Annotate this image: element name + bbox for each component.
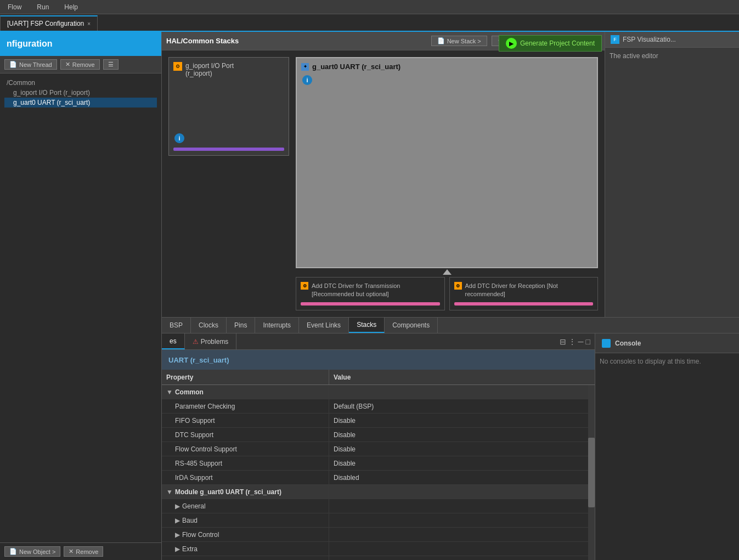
menu-run[interactable]: Run: [33, 2, 52, 12]
sidebar-tree-ioport[interactable]: g_ioport I/O Port (r_ioport): [4, 88, 157, 98]
rs485-support-prop: RS-485 Support: [162, 456, 329, 470]
row-fifo-support[interactable]: FIFO Support Disable: [162, 414, 588, 428]
section-common-prop: ▼ Common: [162, 385, 329, 399]
new-object-button[interactable]: 📄 New Object >: [4, 546, 60, 557]
dtc-tx-icon: ⚙: [301, 282, 308, 290]
row-extra[interactable]: ▶ Extra: [162, 542, 588, 556]
ioport-stack-block[interactable]: ⚙ g_ioport I/O Port (r_ioport) i: [168, 57, 289, 156]
sidebar-toolbar: 📄 New Thread ✕ Remove ☰: [0, 56, 161, 73]
row-general[interactable]: ▶ General: [162, 499, 588, 513]
right-panel: ▶ Generate Project Content HAL/Common St…: [162, 32, 739, 560]
row-baud[interactable]: ▶ Baud: [162, 513, 588, 528]
stacks-title: HAL/Common Stacks: [166, 37, 239, 45]
tab-fsp-config[interactable]: [UART] FSP Configuration ×: [0, 15, 98, 31]
ioport-icon: ⚙: [173, 62, 182, 71]
panel-more-button[interactable]: ⋮: [568, 337, 576, 346]
tab-event-links[interactable]: Event Links: [299, 318, 349, 333]
common-arrow-icon: ▼: [166, 388, 173, 396]
row-interrupts[interactable]: ▶ Interrupts: [162, 556, 588, 560]
module-label: Module g_uart0 UART (r_sci_uart): [175, 488, 281, 496]
tab-bsp[interactable]: BSP: [162, 318, 191, 333]
scroll-track[interactable]: [588, 385, 595, 560]
section-module[interactable]: ▼ Module g_uart0 UART (r_sci_uart): [162, 485, 588, 499]
tab-es[interactable]: es: [162, 333, 185, 349]
viz-icon: F: [611, 35, 619, 44]
row-irda-support[interactable]: IrDA Support Disabled: [162, 471, 588, 485]
new-stack-icon: 📄: [437, 37, 445, 44]
remove-object-button[interactable]: ✕ Remove: [64, 546, 103, 557]
main-container: nfiguration 📄 New Thread ✕ Remove ☰ /Com…: [0, 32, 739, 560]
uart-block-header: ✦ g_uart0 UART (r_sci_uart): [301, 63, 593, 71]
flow-control-support-val[interactable]: Disable: [329, 442, 588, 456]
section-common-val: [329, 385, 588, 399]
sidebar-header: nfiguration: [0, 32, 161, 56]
ioport-label: g_ioport I/O Port (r_ioport): [185, 62, 234, 77]
row-flow-control[interactable]: ▶ Flow Control: [162, 528, 588, 542]
fifo-support-val[interactable]: Disable: [329, 414, 588, 427]
new-object-icon: 📄: [9, 548, 17, 555]
sub-blocks-row: ⚙ Add DTC Driver for Transmission [Recom…: [296, 277, 598, 310]
row-dtc-support[interactable]: DTC Support Disable: [162, 428, 588, 442]
menu-flow[interactable]: Flow: [4, 2, 25, 12]
irda-support-val[interactable]: Disabled: [329, 471, 588, 484]
panel-minimize-button[interactable]: ⊟: [560, 337, 566, 346]
menu-help[interactable]: Help: [61, 2, 81, 12]
dtc-support-val[interactable]: Disable: [329, 428, 588, 442]
module-arrow-icon: ▼: [166, 488, 173, 496]
new-stack-button[interactable]: 📄 New Stack >: [431, 36, 487, 46]
bottom-area: es ⚠ Problems ⊟ ⋮ ─ □ UART (r_sci_uart: [162, 333, 739, 560]
ioport-info-icon[interactable]: i: [174, 133, 184, 143]
menu-bar: Flow Run Help: [0, 0, 739, 14]
top-area: ▶ Generate Project Content HAL/Common St…: [162, 32, 739, 317]
generate-project-button[interactable]: ▶ Generate Project Content: [499, 35, 602, 52]
panel-max-win-button[interactable]: □: [586, 337, 590, 346]
section-module-prop: ▼ Module g_uart0 UART (r_sci_uart): [162, 485, 329, 499]
uart-main-block[interactable]: ✦ g_uart0 UART (r_sci_uart) i: [296, 57, 598, 268]
uart-props-title: UART (r_sci_uart): [168, 356, 229, 364]
tab-interrupts[interactable]: Interrupts: [255, 318, 299, 333]
row-flow-control-support[interactable]: Flow Control Support Disable: [162, 442, 588, 456]
dtc-rx-bottom-bar: [454, 302, 594, 306]
dtc-tx-bottom-bar: [301, 302, 440, 306]
remove-thread-button[interactable]: ✕ Remove: [60, 59, 100, 70]
viz-text: The active editor: [610, 52, 658, 60]
new-thread-button[interactable]: 📄 New Thread: [4, 59, 57, 70]
tab-pins[interactable]: Pins: [227, 318, 255, 333]
general-expand-icon: ▶: [175, 502, 180, 510]
props-scroll-container: ▼ Common Parameter Checking Default (BSP…: [162, 385, 595, 560]
general-prop: ▶ General: [162, 499, 329, 513]
tab-components[interactable]: Components: [385, 318, 438, 333]
flow-control-expand-icon: ▶: [175, 531, 180, 539]
irda-support-prop: IrDA Support: [162, 471, 329, 484]
panel-min-win-button[interactable]: ─: [578, 337, 584, 346]
section-common[interactable]: ▼ Common: [162, 385, 588, 399]
dtc-tx-header: ⚙ Add DTC Driver for Transmission [Recom…: [301, 282, 440, 298]
tab-clocks[interactable]: Clocks: [191, 318, 227, 333]
dtc-tx-block[interactable]: ⚙ Add DTC Driver for Transmission [Recom…: [296, 277, 445, 310]
sidebar-tree-common[interactable]: /Common: [4, 78, 157, 88]
stacks-content: ⚙ g_ioport I/O Port (r_ioport) i ✦: [162, 50, 605, 317]
flow-control-prop: ▶ Flow Control: [162, 528, 329, 541]
dtc-rx-label: Add DTC Driver for Reception [Not recomm…: [465, 282, 594, 298]
param-checking-val[interactable]: Default (BSP): [329, 399, 588, 413]
uart-info-icon[interactable]: i: [302, 75, 312, 85]
remove-object-icon: ✕: [69, 548, 74, 555]
rs485-support-val[interactable]: Disable: [329, 456, 588, 470]
layout-icon-button[interactable]: ☰: [103, 59, 119, 70]
row-param-checking[interactable]: Parameter Checking Default (BSP): [162, 399, 588, 414]
panel-controls: ⊟ ⋮ ─ □: [560, 337, 595, 346]
sidebar-tree-uart[interactable]: g_uart0 UART (r_sci_uart): [4, 98, 157, 108]
bottom-tabs-bar: BSP Clocks Pins Interrupts Event Links S…: [162, 317, 739, 333]
extra-val: [329, 542, 588, 556]
tab-stacks[interactable]: Stacks: [349, 318, 385, 333]
props-header: UART (r_sci_uart): [162, 350, 595, 370]
tab-problems[interactable]: ⚠ Problems: [185, 333, 237, 349]
uart-icon: ✦: [301, 63, 309, 71]
ioport-bottom-bar: [173, 148, 284, 151]
dtc-rx-block[interactable]: ⚙ Add DTC Driver for Reception [Not reco…: [449, 277, 599, 310]
param-checking-prop: Parameter Checking: [162, 399, 329, 413]
col-header-value: Value: [329, 370, 595, 384]
scroll-thumb[interactable]: [588, 438, 595, 508]
row-rs485-support[interactable]: RS-485 Support Disable: [162, 456, 588, 471]
tab-close-icon[interactable]: ×: [87, 21, 91, 27]
